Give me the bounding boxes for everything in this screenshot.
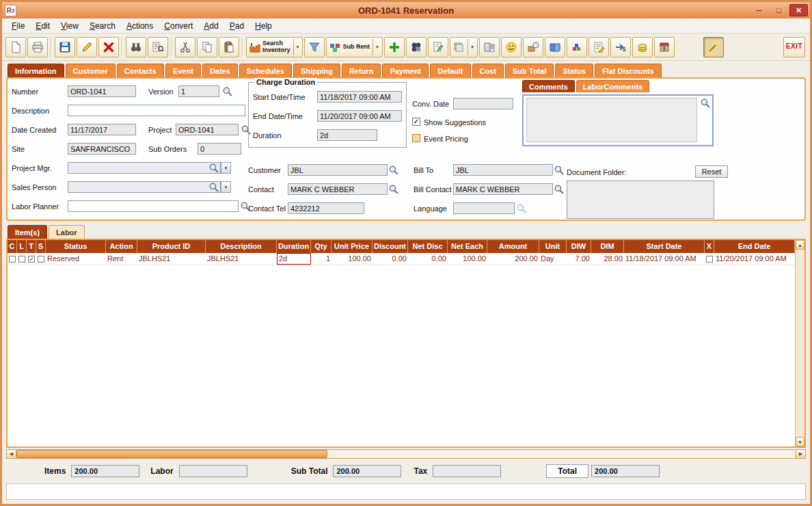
tab-sub-total[interactable]: Sub Total [505,64,554,77]
save-button[interactable] [55,37,75,57]
bill-to-search-icon[interactable] [554,165,564,175]
print-button[interactable] [27,37,48,57]
tab-dates[interactable]: Dates [202,64,238,77]
customer-field[interactable]: JBL [288,164,388,176]
project-mgr-field[interactable] [68,162,221,174]
bill-to-field[interactable]: JBL [453,164,553,176]
project-field[interactable]: ORD-1041 [176,124,239,135]
menu-item-actions[interactable]: Actions [121,20,159,32]
tab-event[interactable]: Event [165,64,201,77]
bill-contact-field[interactable]: MARK C WEBBER [453,183,553,195]
comments-tab-laborcomments[interactable]: LaborComments [576,80,649,92]
items-tab-item-s[interactable]: Item(s) [8,225,47,239]
ledger-button[interactable] [545,37,565,57]
cut-button[interactable] [175,37,195,57]
language-search-icon[interactable] [516,203,526,213]
minimize-icon[interactable]: ─ [750,4,768,16]
print-forms-button[interactable] [479,37,500,57]
menu-item-convert[interactable]: Convert [159,20,198,32]
tab-return[interactable]: Return [342,64,381,77]
column-header-s[interactable]: S [36,240,46,253]
reset-button[interactable]: Reset [695,165,728,178]
tab-flat-discounts[interactable]: Flat Discounts [595,64,662,77]
column-header-net-disc[interactable]: Net Disc [408,240,448,253]
column-header-status[interactable]: Status [46,240,106,253]
column-header-net-each[interactable]: Net Each [448,240,487,253]
column-header-l[interactable]: L [17,240,27,253]
tab-status[interactable]: Status [555,64,593,77]
contact-tel-field[interactable]: 4232212 [288,202,364,214]
version-field[interactable]: 1 [178,85,219,97]
event-pricing-checkbox[interactable] [412,134,420,142]
new-document-button[interactable] [5,37,26,57]
menu-item-help[interactable]: Help [249,20,278,32]
column-header-unit[interactable]: Unit [539,240,567,253]
column-header-product-id[interactable]: Product ID [137,240,206,253]
tab-shipping[interactable]: Shipping [293,64,340,77]
row-checkbox-x[interactable] [706,256,713,263]
payments-button[interactable] [632,37,653,57]
row-checkbox-l[interactable] [18,256,25,263]
tab-information[interactable]: Information [8,64,64,77]
row-checkbox-t[interactable]: ✓ [28,256,35,263]
menu-item-pad[interactable]: Pad [224,20,249,32]
comments-search-icon[interactable] [700,98,710,108]
edit-note-button[interactable] [428,37,448,57]
row-checkbox-s[interactable] [38,256,44,263]
end-datetime-field[interactable]: 11/20/2017 09:00 AM [317,110,402,122]
conv-date-field[interactable] [453,98,513,109]
scroll-left-icon[interactable]: ◀ [7,450,16,458]
horizontal-scroll-thumb[interactable] [16,450,327,458]
copy-button[interactable] [197,37,217,57]
find-button[interactable] [126,37,146,57]
kits-button[interactable] [406,37,427,57]
menu-item-file[interactable]: File [6,20,30,32]
contact-search-icon[interactable] [388,184,398,194]
comments-text-area[interactable] [526,98,697,142]
customer-button[interactable] [501,37,522,57]
items-tab-labor[interactable]: Labor [49,225,85,239]
column-header-t[interactable]: T [27,240,36,253]
menu-item-edit[interactable]: Edit [30,20,55,32]
reports-button[interactable]: ▼ [450,37,478,57]
column-header-end-date[interactable]: End Date [714,240,795,253]
column-header-diw[interactable]: DIW [567,240,591,253]
scroll-right-icon[interactable]: ▶ [796,450,805,458]
column-header-dim[interactable]: DIM [591,240,624,253]
tab-customer[interactable]: Customer [66,64,116,77]
table-row[interactable]: ✓ReservedRentJBLHS21JBLHS212d1100.000.00… [8,253,804,265]
show-suggestions-checkbox[interactable]: ✓ [412,118,420,126]
memo-button[interactable] [588,37,609,57]
site-field[interactable]: SANFRANCISCO [68,143,136,155]
contact-field[interactable]: MARK C WEBBER [288,183,388,195]
column-header-unit-price[interactable]: Unit Price [331,240,373,253]
scroll-up-icon[interactable]: ▲ [796,240,804,250]
crystal-report-button[interactable] [567,37,587,57]
exit-button[interactable]: EXIT [783,37,805,57]
document-folder-box[interactable] [567,181,714,219]
column-header-start-date[interactable]: Start Date [624,240,705,253]
column-header-duration[interactable]: Duration [277,240,311,253]
maximize-icon[interactable]: □ [770,4,788,16]
project-mgr-search-icon[interactable] [208,163,219,173]
search-inventory-button[interactable]: SearchInventory▼ [246,37,303,57]
sales-person-search-icon[interactable] [208,182,219,192]
tab-payment[interactable]: Payment [382,64,429,77]
row-checkbox-c[interactable] [9,256,16,263]
filter-button[interactable] [304,37,325,57]
horizontal-scrollbar[interactable]: ◀ ▶ [6,449,806,459]
comments-tab-comments[interactable]: Comments [522,80,575,92]
column-header-amount[interactable]: Amount [487,240,539,253]
column-header-action[interactable]: Action [106,240,137,253]
tab-schedules[interactable]: Schedules [239,64,292,77]
edit-button[interactable] [77,37,97,57]
menu-item-search[interactable]: Search [84,20,121,32]
title-bar[interactable]: R2 ORD-1041 Reservation ─ □ ✕ [2,2,810,18]
scroll-down-icon[interactable]: ▼ [796,437,804,447]
reports-dropdown-icon[interactable]: ▼ [468,39,475,55]
menu-item-add[interactable]: Add [198,20,224,32]
duration-field[interactable]: 2d [317,129,377,141]
column-header-discount[interactable]: Discount [373,240,408,253]
search-inventory-dropdown-icon[interactable]: ▼ [293,39,301,55]
wand-button[interactable] [703,37,724,57]
